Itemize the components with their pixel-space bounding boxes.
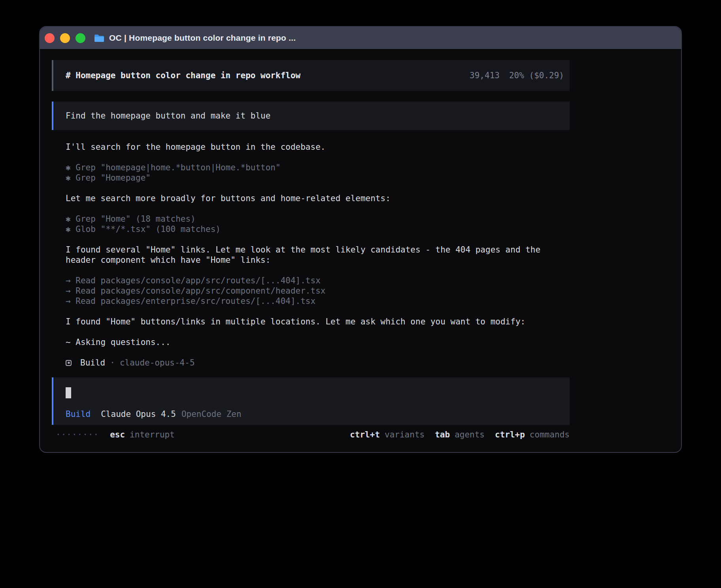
session-meta: 39,413 20% ($0.29)	[470, 70, 564, 81]
read-file-line: → Read packages/console/app/src/componen…	[66, 286, 570, 296]
folder-icon	[94, 34, 104, 42]
minimize-button[interactable]	[60, 33, 70, 43]
model-label: Claude Opus 4.5	[101, 409, 176, 419]
esc-key-hint: esc	[110, 430, 125, 440]
shortcut-key: ctrl+t	[350, 430, 380, 440]
status-right: ctrl+t variants tab agents ctrl+p comman…	[350, 430, 570, 440]
zoom-button[interactable]	[75, 33, 85, 43]
terminal-window: OC | Homepage button color change in rep…	[39, 26, 682, 453]
tool-call-group: ✱ Grep "homepage|home.*button|Home.*butt…	[66, 162, 570, 183]
tool-call-line: ✱ Grep "Homepage"	[66, 173, 570, 183]
shortcut-key: ctrl+p	[495, 430, 525, 440]
agent-icon	[66, 360, 72, 366]
conversation: I'll search for the homepage button in t…	[52, 142, 570, 368]
session-header: # Homepage button color change in repo w…	[52, 60, 570, 91]
assistant-text: Let me search more broadly for buttons a…	[66, 193, 570, 204]
agent-model: claude-opus-4-5	[120, 358, 195, 368]
input-meta: Build Claude Opus 4.5 OpenCode Zen	[66, 409, 242, 419]
agent-name: Build	[80, 358, 105, 368]
assistant-line: Let me search more broadly for buttons a…	[66, 193, 570, 204]
read-file-line: → Read packages/enterprise/src/routes/[.…	[66, 296, 570, 306]
window-titlebar[interactable]: OC | Homepage button color change in rep…	[40, 27, 681, 49]
status-left: ········ esc interrupt	[56, 430, 175, 440]
asking-questions-line: ~ Asking questions...	[66, 337, 570, 347]
assistant-status: ~ Asking questions...	[66, 337, 570, 347]
tool-call-line: ✱ Glob "**/*.tsx" (100 matches)	[66, 224, 570, 234]
context-usage: 20% ($0.29)	[509, 70, 564, 81]
read-file-line: → Read packages/console/app/src/routes/[…	[66, 275, 570, 286]
provider-label: OpenCode Zen	[181, 409, 242, 419]
shortcut-label: commands	[530, 430, 570, 440]
shortcut-commands: ctrl+p commands	[495, 430, 570, 440]
prompt-input[interactable]: Build Claude Opus 4.5 OpenCode Zen	[52, 377, 570, 425]
token-count: 39,413	[470, 70, 500, 81]
assistant-line: I'll search for the homepage button in t…	[66, 142, 570, 152]
interrupt-label: interrupt	[130, 430, 175, 440]
assistant-text: I'll search for the homepage button in t…	[66, 142, 570, 152]
tool-call-line: ✱ Grep "homepage|home.*button|Home.*butt…	[66, 162, 570, 173]
user-message: Find the homepage button and make it blu…	[52, 102, 570, 130]
spinner-dots: ········	[56, 430, 99, 440]
shortcut-key: tab	[435, 430, 450, 440]
assistant-line: I found "Home" buttons/links in multiple…	[66, 317, 570, 327]
assistant-paragraph: I found several "Home" links. Let me loo…	[66, 245, 570, 265]
traffic-lights	[45, 33, 85, 43]
mode-label: Build	[66, 409, 91, 419]
user-message-text: Find the homepage button and make it blu…	[66, 111, 270, 121]
separator-dot: ·	[110, 358, 115, 368]
agent-status-row: Build · claude-opus-4-5	[66, 358, 570, 368]
shortcut-label: agents	[455, 430, 485, 440]
session-title: # Homepage button color change in repo w…	[66, 70, 300, 81]
window-title: OC | Homepage button color change in rep…	[109, 33, 296, 43]
desktop: OC | Homepage button color change in rep…	[0, 0, 721, 588]
shortcut-variants: ctrl+t variants	[350, 430, 425, 440]
terminal-content[interactable]: # Homepage button color change in repo w…	[40, 49, 681, 440]
tool-call-line: ✱ Grep "Home" (18 matches)	[66, 214, 570, 224]
tool-call-group: ✱ Grep "Home" (18 matches) ✱ Glob "**/*.…	[66, 214, 570, 234]
shortcut-agents: tab agents	[435, 430, 485, 440]
assistant-text: I found several "Home" links. Let me loo…	[66, 245, 570, 265]
status-bar: ········ esc interrupt ctrl+t variants t…	[52, 430, 570, 440]
text-cursor	[66, 387, 71, 398]
tool-call-group: → Read packages/console/app/src/routes/[…	[66, 275, 570, 306]
shortcut-label: variants	[385, 430, 425, 440]
assistant-text: I found "Home" buttons/links in multiple…	[66, 317, 570, 327]
close-button[interactable]	[45, 33, 55, 43]
